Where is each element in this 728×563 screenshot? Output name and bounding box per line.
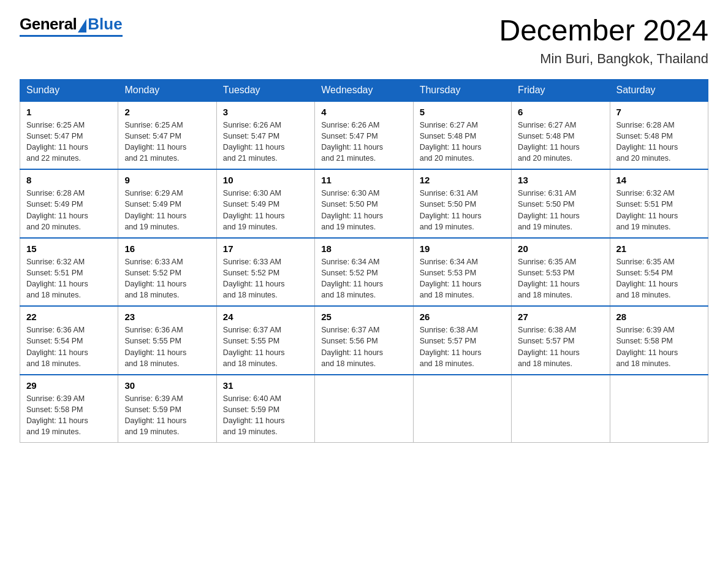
day-number: 11 — [321, 175, 406, 185]
day-info: Sunrise: 6:38 AM Sunset: 5:57 PM Dayligh… — [420, 324, 505, 369]
calendar-cell: 7 Sunrise: 6:28 AM Sunset: 5:48 PM Dayli… — [610, 101, 708, 170]
day-number: 22 — [26, 312, 112, 322]
calendar-cell: 9 Sunrise: 6:29 AM Sunset: 5:49 PM Dayli… — [118, 169, 216, 238]
day-info: Sunrise: 6:30 AM Sunset: 5:50 PM Dayligh… — [321, 188, 406, 232]
day-number: 23 — [124, 312, 210, 322]
day-number: 30 — [124, 380, 210, 391]
calendar-cell: 15 Sunrise: 6:32 AM Sunset: 5:51 PM Dayl… — [20, 238, 118, 307]
day-info: Sunrise: 6:29 AM Sunset: 5:49 PM Dayligh… — [124, 188, 210, 232]
calendar-cell: 5 Sunrise: 6:27 AM Sunset: 5:48 PM Dayli… — [413, 101, 511, 170]
calendar-cell: 13 Sunrise: 6:31 AM Sunset: 5:50 PM Dayl… — [512, 169, 610, 238]
day-info: Sunrise: 6:38 AM Sunset: 5:57 PM Dayligh… — [518, 324, 603, 369]
day-number: 3 — [223, 107, 308, 117]
subtitle: Min Buri, Bangkok, Thailand — [499, 51, 708, 67]
weekday-header-saturday: Saturday — [610, 79, 708, 101]
day-info: Sunrise: 6:34 AM Sunset: 5:53 PM Dayligh… — [420, 256, 505, 301]
day-number: 26 — [420, 312, 505, 322]
calendar-cell: 10 Sunrise: 6:30 AM Sunset: 5:49 PM Dayl… — [216, 169, 314, 238]
calendar-table: SundayMondayTuesdayWednesdayThursdayFrid… — [20, 79, 708, 443]
day-info: Sunrise: 6:31 AM Sunset: 5:50 PM Dayligh… — [518, 188, 603, 232]
calendar-cell: 31 Sunrise: 6:40 AM Sunset: 5:59 PM Dayl… — [216, 375, 314, 443]
day-info: Sunrise: 6:33 AM Sunset: 5:52 PM Dayligh… — [223, 256, 308, 301]
calendar-cell — [512, 375, 610, 443]
day-info: Sunrise: 6:34 AM Sunset: 5:52 PM Dayligh… — [321, 256, 406, 301]
calendar-cell: 2 Sunrise: 6:25 AM Sunset: 5:47 PM Dayli… — [118, 101, 216, 170]
day-info: Sunrise: 6:30 AM Sunset: 5:49 PM Dayligh… — [223, 188, 308, 232]
calendar-week-2: 8 Sunrise: 6:28 AM Sunset: 5:49 PM Dayli… — [20, 169, 708, 238]
day-info: Sunrise: 6:28 AM Sunset: 5:49 PM Dayligh… — [26, 188, 112, 232]
day-number: 5 — [420, 107, 505, 117]
day-number: 21 — [616, 243, 702, 254]
day-number: 18 — [321, 243, 406, 254]
day-info: Sunrise: 6:32 AM Sunset: 5:51 PM Dayligh… — [616, 188, 702, 232]
day-number: 15 — [26, 243, 112, 254]
day-number: 29 — [26, 380, 112, 391]
day-info: Sunrise: 6:27 AM Sunset: 5:48 PM Dayligh… — [518, 120, 603, 164]
day-info: Sunrise: 6:35 AM Sunset: 5:54 PM Dayligh… — [616, 256, 702, 301]
calendar-cell: 20 Sunrise: 6:35 AM Sunset: 5:53 PM Dayl… — [512, 238, 610, 307]
day-info: Sunrise: 6:39 AM Sunset: 5:59 PM Dayligh… — [124, 393, 210, 438]
day-info: Sunrise: 6:33 AM Sunset: 5:52 PM Dayligh… — [124, 256, 210, 301]
day-number: 27 — [518, 312, 603, 322]
weekday-header-friday: Friday — [512, 79, 610, 101]
weekday-header-thursday: Thursday — [413, 79, 511, 101]
calendar-cell: 19 Sunrise: 6:34 AM Sunset: 5:53 PM Dayl… — [413, 238, 511, 307]
day-number: 10 — [223, 175, 308, 185]
calendar-cell: 17 Sunrise: 6:33 AM Sunset: 5:52 PM Dayl… — [216, 238, 314, 307]
calendar-cell — [413, 375, 511, 443]
calendar-week-4: 22 Sunrise: 6:36 AM Sunset: 5:54 PM Dayl… — [20, 306, 708, 375]
calendar-cell: 28 Sunrise: 6:39 AM Sunset: 5:58 PM Dayl… — [610, 306, 708, 375]
day-info: Sunrise: 6:36 AM Sunset: 5:55 PM Dayligh… — [124, 324, 210, 369]
weekday-header-wednesday: Wednesday — [315, 79, 413, 101]
day-number: 8 — [26, 175, 112, 185]
day-number: 28 — [616, 312, 702, 322]
logo-general-text: General — [20, 15, 77, 34]
calendar-cell: 3 Sunrise: 6:26 AM Sunset: 5:47 PM Dayli… — [216, 101, 314, 170]
day-number: 13 — [518, 175, 603, 185]
logo-blue-text: Blue — [88, 15, 122, 34]
day-number: 19 — [420, 243, 505, 254]
calendar-week-3: 15 Sunrise: 6:32 AM Sunset: 5:51 PM Dayl… — [20, 238, 708, 307]
calendar-cell: 30 Sunrise: 6:39 AM Sunset: 5:59 PM Dayl… — [118, 375, 216, 443]
calendar-cell: 18 Sunrise: 6:34 AM Sunset: 5:52 PM Dayl… — [315, 238, 413, 307]
logo: General Blue — [20, 15, 123, 37]
day-number: 17 — [223, 243, 308, 254]
day-number: 16 — [124, 243, 210, 254]
weekday-header-monday: Monday — [118, 79, 216, 101]
day-info: Sunrise: 6:37 AM Sunset: 5:55 PM Dayligh… — [223, 324, 308, 369]
calendar-cell: 21 Sunrise: 6:35 AM Sunset: 5:54 PM Dayl… — [610, 238, 708, 307]
day-number: 25 — [321, 312, 406, 322]
day-number: 31 — [223, 380, 308, 391]
day-info: Sunrise: 6:25 AM Sunset: 5:47 PM Dayligh… — [26, 120, 112, 164]
weekday-header-tuesday: Tuesday — [216, 79, 314, 101]
day-number: 24 — [223, 312, 308, 322]
calendar-cell: 25 Sunrise: 6:37 AM Sunset: 5:56 PM Dayl… — [315, 306, 413, 375]
calendar-cell: 1 Sunrise: 6:25 AM Sunset: 5:47 PM Dayli… — [20, 101, 118, 170]
calendar-cell — [315, 375, 413, 443]
calendar-cell: 4 Sunrise: 6:26 AM Sunset: 5:47 PM Dayli… — [315, 101, 413, 170]
day-number: 9 — [124, 175, 210, 185]
calendar-cell: 12 Sunrise: 6:31 AM Sunset: 5:50 PM Dayl… — [413, 169, 511, 238]
logo-triangle-icon — [78, 19, 86, 33]
day-number: 1 — [26, 107, 112, 117]
day-info: Sunrise: 6:36 AM Sunset: 5:54 PM Dayligh… — [26, 324, 112, 369]
calendar-cell: 8 Sunrise: 6:28 AM Sunset: 5:49 PM Dayli… — [20, 169, 118, 238]
day-number: 6 — [518, 107, 603, 117]
calendar-cell: 16 Sunrise: 6:33 AM Sunset: 5:52 PM Dayl… — [118, 238, 216, 307]
main-title: December 2024 — [499, 15, 708, 47]
day-number: 14 — [616, 175, 702, 185]
day-number: 12 — [420, 175, 505, 185]
calendar-cell: 27 Sunrise: 6:38 AM Sunset: 5:57 PM Dayl… — [512, 306, 610, 375]
calendar-cell: 6 Sunrise: 6:27 AM Sunset: 5:48 PM Dayli… — [512, 101, 610, 170]
day-info: Sunrise: 6:39 AM Sunset: 5:58 PM Dayligh… — [616, 324, 702, 369]
calendar-cell: 22 Sunrise: 6:36 AM Sunset: 5:54 PM Dayl… — [20, 306, 118, 375]
day-info: Sunrise: 6:37 AM Sunset: 5:56 PM Dayligh… — [321, 324, 406, 369]
calendar-cell: 24 Sunrise: 6:37 AM Sunset: 5:55 PM Dayl… — [216, 306, 314, 375]
day-number: 7 — [616, 107, 702, 117]
day-info: Sunrise: 6:35 AM Sunset: 5:53 PM Dayligh… — [518, 256, 603, 301]
day-info: Sunrise: 6:40 AM Sunset: 5:59 PM Dayligh… — [223, 393, 308, 438]
day-number: 2 — [124, 107, 210, 117]
day-info: Sunrise: 6:26 AM Sunset: 5:47 PM Dayligh… — [223, 120, 308, 164]
calendar-week-5: 29 Sunrise: 6:39 AM Sunset: 5:58 PM Dayl… — [20, 375, 708, 443]
day-info: Sunrise: 6:28 AM Sunset: 5:48 PM Dayligh… — [616, 120, 702, 164]
